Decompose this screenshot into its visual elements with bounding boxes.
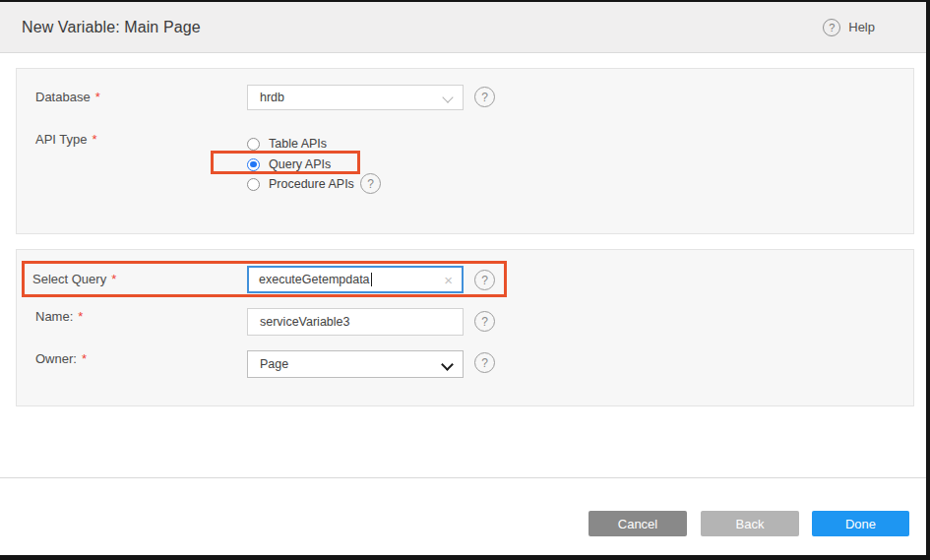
cancel-button[interactable]: Cancel bbox=[589, 511, 687, 536]
name-input[interactable] bbox=[247, 308, 464, 336]
window-frame-right bbox=[926, 0, 930, 560]
name-help-icon[interactable]: ? bbox=[474, 311, 495, 332]
required-asterisk: * bbox=[95, 90, 100, 104]
owner-select-value: Page bbox=[260, 357, 288, 371]
owner-help-icon[interactable]: ? bbox=[474, 352, 495, 373]
chevron-down-icon bbox=[442, 92, 453, 102]
dialog-header: New Variable: Main Page ? Help bbox=[0, 2, 926, 53]
chevron-down-icon bbox=[441, 358, 454, 371]
required-asterisk: * bbox=[78, 309, 83, 324]
new-variable-dialog: New Variable: Main Page ? Help Database*… bbox=[0, 0, 930, 560]
select-query-value: executeGetempdata bbox=[259, 273, 370, 286]
radio-query-apis-label: Query APIs bbox=[269, 157, 331, 171]
select-query-input[interactable]: executeGetempdata × bbox=[247, 266, 464, 293]
radio-icon bbox=[247, 178, 260, 191]
api-type-label: API Type* bbox=[35, 132, 97, 147]
help-button[interactable]: ? Help bbox=[823, 2, 875, 52]
done-button[interactable]: Done bbox=[812, 511, 909, 536]
help-icon: ? bbox=[823, 19, 840, 36]
radio-query-apis[interactable]: Query APIs bbox=[247, 157, 331, 171]
database-api-panel bbox=[16, 68, 914, 234]
database-select[interactable]: hrdb bbox=[247, 85, 464, 110]
database-label: Database* bbox=[35, 90, 100, 104]
query-details-panel bbox=[16, 249, 914, 406]
radio-selected-icon bbox=[247, 158, 260, 171]
api-type-help-icon[interactable]: ? bbox=[360, 173, 381, 194]
dialog-title: New Variable: Main Page bbox=[22, 19, 201, 36]
radio-procedure-apis-label: Procedure APIs bbox=[269, 177, 354, 191]
required-asterisk: * bbox=[82, 351, 87, 366]
radio-icon bbox=[247, 138, 260, 151]
radio-table-apis[interactable]: Table APIs bbox=[247, 137, 327, 151]
required-asterisk: * bbox=[111, 272, 116, 286]
help-label: Help bbox=[848, 20, 875, 34]
owner-label: Owner:* bbox=[35, 351, 87, 366]
required-asterisk: * bbox=[93, 132, 97, 147]
database-help-icon[interactable]: ? bbox=[474, 87, 495, 107]
radio-procedure-apis[interactable]: Procedure APIs bbox=[247, 177, 354, 191]
radio-table-apis-label: Table APIs bbox=[269, 137, 327, 151]
owner-select[interactable]: Page bbox=[247, 350, 464, 378]
back-button[interactable]: Back bbox=[701, 511, 799, 536]
window-frame-bottom bbox=[0, 555, 930, 560]
name-label: Name:* bbox=[35, 309, 83, 324]
select-query-help-icon[interactable]: ? bbox=[474, 270, 495, 290]
select-query-label: Select Query* bbox=[32, 272, 116, 286]
footer-divider bbox=[0, 477, 926, 478]
clear-icon[interactable]: × bbox=[444, 273, 453, 287]
database-select-value: hrdb bbox=[260, 91, 284, 104]
text-cursor bbox=[371, 273, 372, 286]
